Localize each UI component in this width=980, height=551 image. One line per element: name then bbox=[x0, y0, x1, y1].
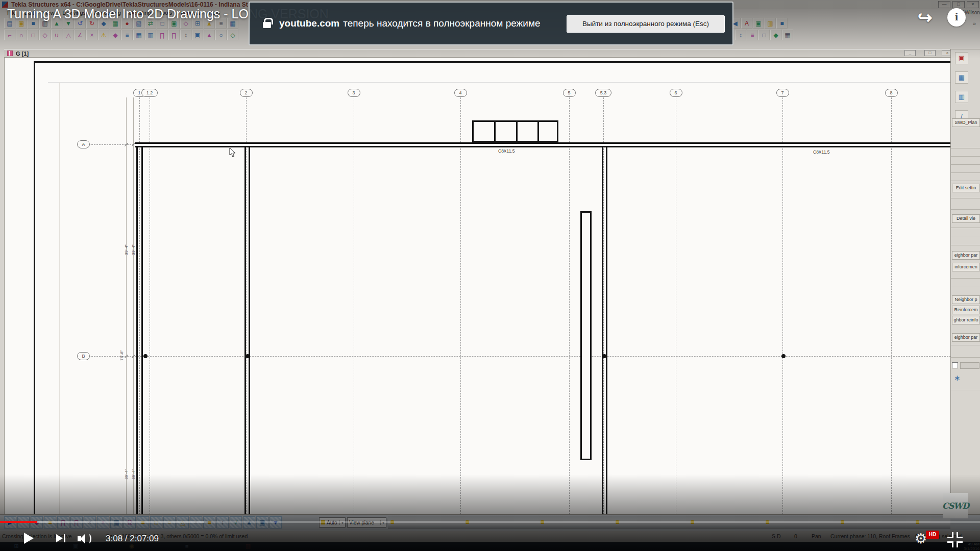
pair-windows-icon[interactable]: ▥ bbox=[955, 91, 968, 103]
exit-fullscreen-button[interactable]: Выйти из полноэкранного режима (Esc) bbox=[567, 15, 725, 33]
app-icon[interactable]: ▥ bbox=[244, 542, 252, 550]
angle-icon[interactable]: ∠ bbox=[75, 30, 86, 40]
sidebar-item[interactable]: Reinforcem bbox=[952, 306, 980, 314]
tool-icon[interactable]: □ bbox=[758, 30, 770, 40]
cswd-logo: CSWD bbox=[943, 493, 968, 518]
level-icon[interactable]: ↕ bbox=[180, 30, 191, 40]
column-line[interactable] bbox=[141, 147, 143, 514]
toolbar-overflow-chevron[interactable]: » bbox=[973, 20, 976, 27]
next-button[interactable] bbox=[56, 534, 63, 542]
sidebar-item[interactable]: Detail vie bbox=[952, 214, 980, 223]
grid-line-3 bbox=[354, 97, 354, 514]
tool-icon[interactable]: ○ bbox=[215, 30, 227, 40]
sidebar-item[interactable]: eighbor par bbox=[952, 333, 980, 342]
minimize-button[interactable]: — bbox=[938, 1, 950, 8]
grid-bubble-8[interactable]: 8 bbox=[885, 89, 898, 97]
child-restore-button[interactable]: □ bbox=[924, 50, 936, 56]
input-field[interactable] bbox=[960, 362, 979, 369]
sidebar-item[interactable]: Edit settin bbox=[952, 184, 980, 192]
frame-icon[interactable]: ∏ bbox=[168, 30, 180, 40]
sidebar-item[interactable]: ghbor reinfo bbox=[952, 316, 980, 324]
component-icon[interactable]: ∗ bbox=[954, 373, 961, 383]
grid-line-4 bbox=[460, 97, 461, 514]
sidebar-item[interactable]: eighbor par bbox=[952, 251, 980, 260]
grid-bubble-5[interactable]: 5 bbox=[563, 89, 576, 97]
separator bbox=[951, 357, 980, 358]
exit-fullscreen-icon[interactable] bbox=[947, 532, 963, 547]
sidebar-item[interactable]: Neighbor p bbox=[952, 295, 980, 304]
column-line[interactable] bbox=[602, 147, 603, 514]
frame-icon[interactable]: ∏ bbox=[157, 30, 168, 40]
dim-icon[interactable]: ∪ bbox=[51, 30, 62, 40]
brace-member[interactable] bbox=[580, 211, 592, 460]
column-line[interactable] bbox=[606, 147, 607, 514]
tool-icon[interactable]: ▦ bbox=[782, 30, 793, 40]
grid-bubble-1.2[interactable]: 1.2 bbox=[141, 89, 158, 97]
dim-icon[interactable]: × bbox=[86, 30, 97, 40]
dim-icon[interactable]: ◆ bbox=[110, 30, 121, 40]
roof-beam[interactable] bbox=[135, 142, 950, 147]
app-icon[interactable]: ▣ bbox=[71, 542, 80, 550]
app-icon[interactable]: ■ bbox=[183, 542, 191, 550]
grid-bubble-A[interactable]: A bbox=[77, 140, 90, 148]
child-minimize-button[interactable]: _ bbox=[904, 50, 916, 56]
grid-bubble-6[interactable]: 6 bbox=[670, 89, 682, 97]
close-button[interactable]: × bbox=[967, 1, 979, 8]
separator bbox=[951, 164, 980, 165]
report-icon[interactable]: ▣ bbox=[753, 18, 764, 29]
grid-bubble-B[interactable]: B bbox=[77, 352, 90, 360]
dimension-label: 39'-4" bbox=[131, 464, 136, 485]
drawing-canvas[interactable]: 11.223455.3678AB39'-4"39'-4"78'-8"39'-4"… bbox=[4, 58, 950, 514]
grid-bubble-3[interactable]: 3 bbox=[348, 89, 360, 97]
list-icon[interactable]: ≡ bbox=[747, 30, 758, 40]
separator bbox=[951, 209, 980, 210]
grid-bubble-2[interactable]: 2 bbox=[240, 89, 253, 97]
grid-icon[interactable]: ≡ bbox=[121, 30, 133, 40]
info-icon[interactable]: i bbox=[947, 8, 966, 27]
grid-bubble-7[interactable]: 7 bbox=[776, 89, 789, 97]
dim-icon[interactable]: ∩ bbox=[16, 30, 27, 40]
separator bbox=[951, 181, 980, 181]
braced-frame[interactable] bbox=[472, 120, 558, 142]
tool-icon[interactable]: ■ bbox=[776, 18, 788, 29]
pdf-icon[interactable]: A bbox=[741, 18, 752, 29]
layout-icon[interactable]: ▥ bbox=[765, 18, 776, 29]
dimension-label: 39'-4" bbox=[124, 464, 129, 485]
tool-icon[interactable]: ◆ bbox=[770, 30, 781, 40]
checkbox[interactable] bbox=[952, 362, 958, 368]
dim-icon[interactable]: ◇ bbox=[39, 30, 51, 40]
status-field: 0 bbox=[794, 533, 797, 539]
time-separator: / bbox=[122, 534, 130, 543]
share-icon[interactable]: ↪ bbox=[918, 7, 933, 28]
tile-windows-icon[interactable]: ▦ bbox=[955, 71, 968, 84]
warning-icon[interactable]: ⚠ bbox=[98, 30, 109, 40]
side-pane: ∗ ▣▦▥/SWD_PlanEdit settinDetail vieeighb… bbox=[950, 49, 980, 514]
play-button[interactable] bbox=[24, 533, 34, 544]
grid-bubble-4[interactable]: 4 bbox=[454, 89, 467, 97]
tool-icon[interactable]: ▲ bbox=[204, 30, 215, 40]
sidebar-item[interactable]: SWD_Plan bbox=[952, 118, 980, 127]
grid-icon[interactable]: ▥ bbox=[145, 30, 156, 40]
tool-icon[interactable]: ◇ bbox=[227, 30, 238, 40]
grid-icon[interactable]: ▦ bbox=[133, 30, 144, 40]
mouse-cursor bbox=[229, 147, 236, 158]
grid-bubble-5.3[interactable]: 5.3 bbox=[595, 89, 611, 97]
level-icon[interactable]: ↕ bbox=[735, 30, 746, 40]
column-line[interactable] bbox=[249, 147, 250, 514]
progress-bar[interactable] bbox=[0, 521, 980, 523]
tool-icon[interactable]: ▣ bbox=[192, 30, 203, 40]
hd-badge: HD bbox=[926, 531, 939, 539]
column-line[interactable] bbox=[136, 147, 138, 514]
dim-icon[interactable]: □ bbox=[28, 30, 39, 40]
drawing-window-titlebar[interactable]: G [1] bbox=[4, 49, 950, 58]
dimension-label: 39'-4" bbox=[131, 240, 136, 260]
frame-divider bbox=[537, 122, 539, 141]
sidebar-item[interactable]: inforcemen bbox=[952, 263, 980, 271]
dim-icon[interactable]: △ bbox=[63, 30, 74, 40]
column-line[interactable] bbox=[244, 147, 246, 514]
drawing-list-icon[interactable]: ▣ bbox=[955, 52, 968, 64]
settings-gear-icon[interactable]: ⚙ bbox=[915, 531, 927, 547]
dim-icon[interactable]: ⌐ bbox=[4, 30, 15, 40]
windows-start-icon[interactable]: ⊞ bbox=[12, 542, 20, 550]
maximize-button[interactable]: □ bbox=[952, 1, 965, 8]
